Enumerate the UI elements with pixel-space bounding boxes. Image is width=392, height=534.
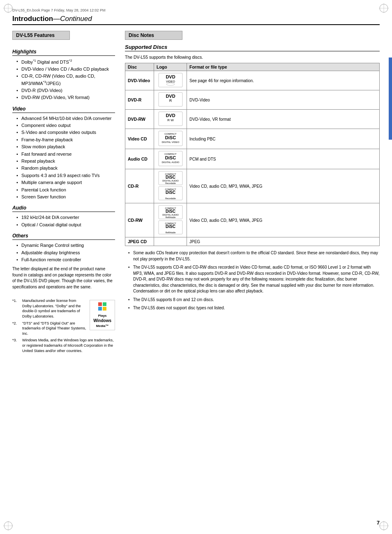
audio-heading: Audio: [12, 205, 115, 212]
table-row: Video CD COMPACT DiSC DIGITAL VIDEO Incl…: [125, 129, 380, 149]
corner-mark-tr: [379, 3, 389, 13]
list-item: Repeat playback: [16, 158, 115, 164]
table-row: Audio CD COMPACT DiSC DIGITAL AUDIO PCM …: [125, 149, 380, 169]
footnote-3: *3. Windows Media, and the Windows logo …: [12, 338, 115, 353]
disc-format: Video CD, audio CD, MP3, WMA, JPEG: [187, 203, 380, 237]
disc-intro-text: The DV-L55 supports the following discs.: [125, 55, 380, 60]
disc-logo: DVD R W: [154, 110, 187, 129]
video-heading: Video: [12, 106, 115, 113]
list-item: DVD-Video / Video CD / Audio CD playback: [16, 66, 115, 72]
list-item: DVD-RW (DVD-Video, VR format): [16, 94, 115, 101]
disc-name: DVD-Video: [125, 71, 154, 90]
list-item: Random playback: [16, 165, 115, 171]
col-logo: Logo: [154, 63, 187, 71]
disc-name: CD-R: [125, 169, 154, 203]
list-item: The DV-L55 supports CD-R and CD-RW discs…: [128, 265, 380, 295]
dvd-rw-logo-icon: DVD R W: [158, 111, 183, 126]
corner-mark-bl: [3, 521, 13, 531]
footnote-1: *1. Manufactured under license from Dolb…: [12, 298, 86, 319]
list-item: The DV-L55 does not support disc types n…: [128, 305, 380, 311]
others-list: Dynamic Range Control setting Adjustable…: [12, 242, 115, 263]
disc-format: See page 46 for region information.: [187, 71, 380, 90]
list-item: 192 kHz/24-bit D/A converter: [16, 214, 115, 221]
disc-name: Audio CD: [125, 149, 154, 169]
disc-logo: COMPACT DiSC DIGITAL VIDEO: [154, 129, 187, 149]
page-file-info: DV-L55_En.book Page 7 Friday, May 28, 20…: [12, 8, 380, 12]
list-item: Dolby*1 Digital and DTS*2: [16, 58, 115, 65]
disc-logo: [154, 237, 187, 246]
disc-logo: COMPACT DiSC DIGITAL AUDIO Recordable CO…: [154, 169, 187, 203]
highlights-heading: Highlights: [12, 49, 115, 56]
svg-text:DiSC: DiSC: [165, 155, 175, 160]
disc-logo: DVD R: [154, 90, 187, 110]
disc-format: DVD-Video, VR format: [187, 110, 380, 129]
table-row: CD-RW COMPACT DiSC DIGITAL AUDIO ReWrita…: [125, 203, 380, 237]
disc-format: Including PBC: [187, 129, 380, 149]
disc-name: Video CD: [125, 129, 154, 149]
svg-text:Recordable: Recordable: [165, 197, 176, 200]
list-item: DVD-R (DVD-Video): [16, 87, 115, 94]
list-item: The DV-L55 supports 8 cm and 12 cm discs…: [128, 297, 380, 303]
list-item: S-Video and composite video outputs: [16, 129, 115, 136]
svg-text:DiSC: DiSC: [166, 209, 175, 214]
disc-format: DVD-Video: [187, 90, 380, 110]
footnotes: Plays Windows Media™ *1. Manufactured un…: [12, 298, 115, 353]
corner-mark-br: [379, 521, 389, 531]
svg-text:ReWritable: ReWritable: [165, 216, 175, 219]
svg-text:DiSC: DiSC: [166, 190, 175, 195]
table-row: DVD-R DVD R DVD-Video: [125, 90, 380, 110]
highlights-list: Dolby*1 Digital and DTS*2 DVD-Video / Vi…: [12, 58, 115, 101]
svg-text:DVD: DVD: [166, 74, 175, 79]
svg-text:DiSC: DiSC: [166, 224, 175, 229]
svg-text:R W: R W: [167, 118, 174, 122]
accent-bar: [389, 58, 392, 140]
svg-rect-12: [98, 302, 102, 306]
svg-text:DiSC: DiSC: [165, 135, 175, 140]
disc-table: Disc Logo Format or file type DVD-Video …: [125, 63, 380, 246]
list-item: Component video output: [16, 122, 115, 129]
list-item: Screen Saver function: [16, 194, 115, 200]
col-disc: Disc: [125, 63, 154, 71]
windows-media-badge: Plays Windows Media™: [90, 300, 115, 330]
left-column: DV-L55 Features Highlights Dolby*1 Digit…: [12, 31, 115, 355]
windows-logo-icon: [98, 302, 107, 311]
left-paragraph: The letter displayed at the end of the p…: [12, 266, 115, 290]
list-item: Fast forward and reverse: [16, 151, 115, 157]
svg-rect-14: [98, 307, 102, 311]
svg-text:DIGITAL AUDIO: DIGITAL AUDIO: [161, 161, 179, 163]
table-row: DVD-RW DVD R W DVD-Video, VR format: [125, 110, 380, 129]
disc-name: DVD-R: [125, 90, 154, 110]
vcd-logo-icon: COMPACT DiSC DIGITAL VIDEO: [158, 131, 183, 146]
acd-logo-icon: COMPACT DiSC DIGITAL AUDIO: [158, 151, 183, 166]
video-list: Advanced 54 MHz/10-bit video D/A convert…: [12, 115, 115, 200]
footnote-2: *2. "DTS" and "DTS Digital Out" are trad…: [12, 321, 86, 336]
svg-text:DIGITAL VIDEO: DIGITAL VIDEO: [161, 141, 179, 143]
disc-logo: COMPACT DiSC DIGITAL AUDIO: [154, 149, 187, 169]
svg-rect-15: [103, 307, 106, 311]
dvd-video-logo-icon: DVD VIDEO: [158, 73, 183, 87]
audio-list: 192 kHz/24-bit D/A converter Optical / C…: [12, 214, 115, 228]
list-item: Parental Lock function: [16, 187, 115, 193]
disc-logo: COMPACT DiSC DIGITAL AUDIO ReWritable CO…: [154, 203, 187, 237]
list-item: Multiple camera angle support: [16, 180, 115, 186]
list-item: Full-function remote controller: [16, 257, 115, 263]
svg-text:ReWritable: ReWritable: [165, 231, 175, 234]
svg-text:VIDEO: VIDEO: [166, 80, 175, 83]
list-item: Optical / Coaxial digital output: [16, 222, 115, 228]
svg-rect-13: [103, 302, 106, 306]
disc-format: JPEG: [187, 237, 380, 246]
page-title: Introduction—Continued: [12, 15, 380, 25]
content-columns: DV-L55 Features Highlights Dolby*1 Digit…: [12, 31, 380, 355]
dvd-r-logo-icon: DVD R: [158, 92, 183, 107]
svg-text:DVD: DVD: [166, 113, 175, 118]
svg-text:Recordable: Recordable: [165, 182, 176, 184]
supported-discs-heading: Supported Discs: [125, 44, 380, 51]
cdrw-logo-icon: COMPACT DiSC DIGITAL AUDIO ReWritable CO…: [158, 205, 183, 235]
svg-text:DVD: DVD: [166, 94, 175, 99]
disc-notes-list: Some audio CDs feature copy protection t…: [125, 250, 380, 311]
list-item: Frame-by-frame playback: [16, 137, 115, 143]
list-item: Supports 4:3 and 16:9 aspect ratio TVs: [16, 173, 115, 179]
list-item: Some audio CDs feature copy protection t…: [128, 250, 380, 262]
list-item: Dynamic Range Control setting: [16, 242, 115, 249]
disc-format: Video CD, audio CD, MP3, WMA, JPEG: [187, 169, 380, 203]
